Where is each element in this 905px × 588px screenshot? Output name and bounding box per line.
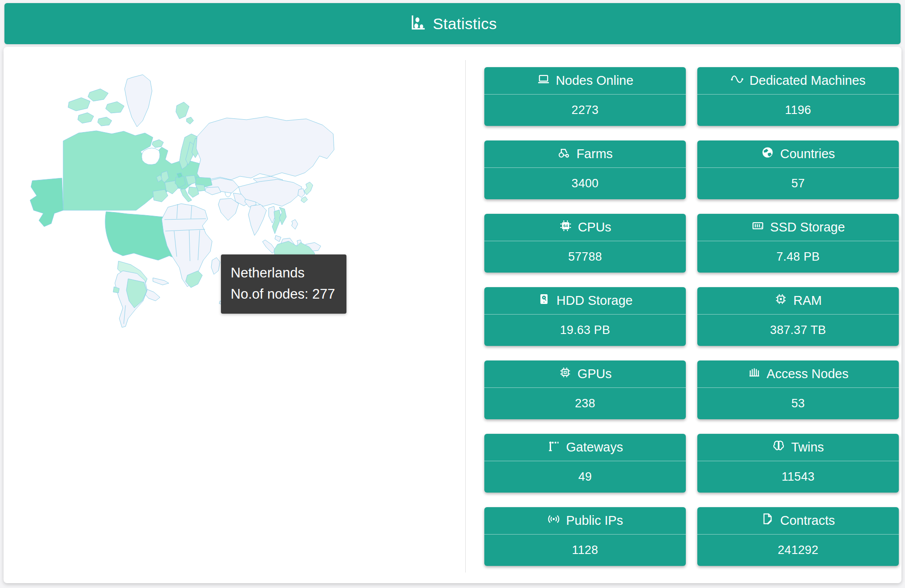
stat-value: 19.63 PB [484,315,686,346]
stat-label: Countries [780,147,835,161]
stat-value: 11543 [697,461,899,493]
stat-label: Public IPs [566,513,623,528]
stat-value: 2273 [484,95,686,126]
stat-label: CPUs [578,220,612,235]
stat-label: Dedicated Machines [749,73,866,88]
scatter-chart-icon [408,14,426,34]
statistics-header: Statistics [4,3,901,44]
stat-value: 238 [484,388,686,419]
stat-value: 7.48 PB [697,241,899,273]
stat-value: 57 [697,168,899,199]
page-title: Statistics [433,15,497,33]
tractor-icon [557,146,570,162]
statistics-panel: Netherlands No.of nodes: 277 Nodes Onlin… [4,47,901,583]
stat-value: 241292 [697,535,899,566]
stat-card-cpus: 64 CPUs 57788 [484,214,686,273]
laptop-icon [537,72,550,89]
stat-label: GPUs [578,367,612,381]
cpu-64-icon: 64 [559,219,572,235]
stat-value: 57788 [484,241,686,273]
svg-text:64: 64 [563,224,568,228]
stat-value: 3400 [484,168,686,199]
stat-card-public-ips: Public IPs 1128 [484,507,686,566]
stat-label: RAM [793,293,821,308]
stat-card-gateways: Gateways 49 [484,434,686,493]
stat-value: 1196 [697,95,899,126]
stat-value: 387.37 TB [697,315,899,346]
gpu-chip-icon [559,366,572,382]
stat-label: HDD Storage [556,293,632,308]
stat-card-hdd-storage: HDD Storage 19.63 PB [484,287,686,346]
stat-label: Contracts [780,513,835,528]
stat-value: 53 [697,388,899,419]
harddisk-icon [537,292,551,309]
stat-label: Twins [791,440,824,455]
stat-card-gpus: GPUs 238 [484,360,686,419]
stat-card-dedicated-machines: Dedicated Machines 1196 [697,67,899,126]
stat-value: 1128 [484,535,686,566]
node-distribution-map-panel: Netherlands No.of nodes: 277 [4,47,465,583]
stat-label: Gateways [566,440,623,455]
stat-label: SSD Storage [770,220,845,235]
tooltip-node-count: No.of nodes: 277 [231,284,335,305]
map-tooltip: Netherlands No.of nodes: 277 [221,254,346,314]
panel-divider [465,60,466,573]
stat-card-nodes-online: Nodes Online 2273 [484,67,686,126]
stat-card-ram: RAM 387.37 TB [697,287,899,346]
stat-card-access-nodes: Access Nodes 53 [697,360,899,419]
stat-card-ssd-storage: SSD Storage 7.48 PB [697,214,899,273]
memory-chip-icon [774,292,787,309]
stat-card-countries: Countries 57 [697,140,899,199]
gate-fence-icon [748,366,761,382]
stat-label: Nodes Online [556,73,634,88]
file-document-edit-icon [761,512,774,529]
nas-icon [751,219,764,235]
tooltip-country: Netherlands [231,262,335,284]
stat-label: Access Nodes [767,367,848,381]
earth-icon [761,146,774,162]
sine-wave-icon [730,72,744,89]
brain-icon [772,439,785,455]
stat-card-twins: Twins 11543 [697,434,899,493]
stat-card-farms: Farms 3400 [484,140,686,199]
stat-value: 49 [484,461,686,493]
access-point-icon [547,512,560,529]
stats-grid: Nodes Online 2273 Dedicated Machines 119… [484,67,899,566]
boom-gate-icon [547,439,560,455]
stat-card-contracts: Contracts 241292 [697,507,899,566]
stat-label: Farms [576,147,612,161]
